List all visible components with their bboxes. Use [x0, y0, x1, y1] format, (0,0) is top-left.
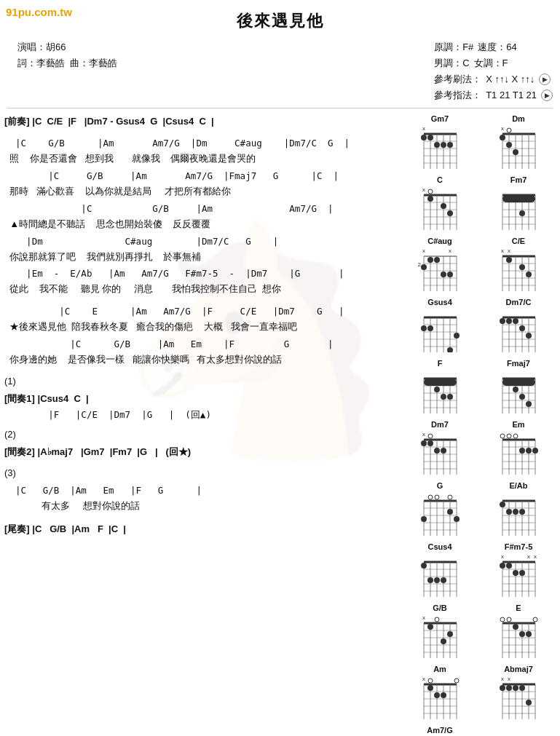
svg-point-115 — [421, 325, 427, 331]
svg-point-181 — [428, 434, 433, 438]
chord-svg — [494, 368, 543, 416]
svg-point-32 — [500, 135, 505, 141]
chord-name: Fmaj7 — [507, 359, 530, 368]
chord-diagram: Amx — [403, 665, 477, 721]
chord-line: |Em - E/Ab |Am Am7/G F#m7-5 - |Dm7 |G | — [4, 266, 397, 281]
svg-point-51 — [447, 210, 453, 216]
blank-line — [4, 131, 397, 135]
svg-point-253 — [441, 577, 446, 583]
lyric-line: ▲時間總是不聽話 思念也開始裝傻 反反覆覆 — [4, 217, 397, 232]
svg-point-50 — [441, 203, 446, 209]
chord-name: Am — [433, 665, 446, 673]
chord-name: Fm7 — [510, 175, 527, 184]
chord-name: C#aug — [427, 237, 452, 245]
chord-name: F — [438, 359, 443, 368]
chord-diagram: Cx — [403, 175, 477, 232]
svg-point-100 — [506, 257, 512, 263]
svg-text:x: x — [422, 431, 425, 438]
chord-svg: 2xx — [415, 246, 465, 293]
chord-name: F#m7-5 — [505, 542, 533, 551]
svg-point-202 — [526, 448, 532, 454]
divider — [7, 108, 553, 108]
svg-point-165 — [513, 387, 518, 392]
lyric-line: 你說那就算了吧 我們就別再掙扎 於事無補 — [4, 250, 397, 265]
strum1-play-button[interactable]: ▶ — [539, 74, 551, 85]
svg-point-150 — [441, 394, 446, 400]
chord-svg — [494, 185, 543, 232]
chord-svg: x — [415, 185, 465, 232]
page-title: 後來遇見他 — [0, 0, 560, 36]
lyric-line: 有太多 想對你說的話 — [4, 499, 397, 514]
chord-line: |C E |Am Am7/G |F C/E |Dm7 G | — [4, 304, 397, 319]
svg-point-286 — [435, 617, 439, 622]
chord-svg — [494, 430, 543, 477]
strum1-pattern: X ↑↑↓ X ↑↑↓ — [486, 71, 535, 87]
svg-point-287 — [427, 624, 433, 630]
chord-svg: xx — [494, 674, 543, 721]
chord-name: Dm — [512, 114, 525, 123]
svg-point-117 — [454, 333, 460, 339]
chord-line: |C G/B |Am Am7/G |Fmaj7 G |C | — [4, 169, 397, 183]
svg-rect-64 — [502, 195, 535, 202]
svg-point-167 — [526, 401, 532, 407]
svg-point-289 — [441, 638, 446, 644]
svg-point-85 — [447, 272, 453, 277]
svg-point-151 — [447, 394, 453, 400]
svg-point-344 — [526, 700, 532, 705]
svg-point-203 — [532, 448, 538, 454]
chord-name: Csus4 — [427, 542, 451, 551]
original-key: 原調：F# — [434, 39, 473, 55]
chord-svg — [494, 613, 543, 660]
svg-point-342 — [513, 685, 518, 691]
svg-point-101 — [519, 264, 525, 270]
svg-text:x: x — [508, 676, 510, 682]
chord-diagram: Fmaj7 — [481, 359, 556, 416]
strum2-play-button[interactable]: ▶ — [541, 90, 553, 101]
chord-name: Gsus4 — [427, 298, 452, 306]
chord-name: C — [437, 175, 443, 184]
svg-rect-164 — [502, 379, 535, 386]
chord-diagram: Csus4 — [403, 542, 477, 599]
svg-text:x: x — [501, 676, 504, 682]
chord-name: C/E — [512, 237, 525, 245]
svg-point-235 — [506, 509, 512, 515]
svg-point-322 — [454, 678, 459, 683]
svg-point-251 — [427, 577, 433, 583]
chord-name: Gm7 — [431, 114, 449, 123]
svg-point-234 — [500, 502, 505, 507]
svg-point-271 — [513, 570, 518, 576]
svg-point-33 — [506, 142, 512, 148]
chord-diagram: Dmx — [481, 114, 556, 171]
svg-text:x: x — [449, 248, 451, 254]
blank-line — [4, 299, 397, 304]
chords-section: Gm7xDmxCxFm7C#aug2xxC/ExxGsus4Dm7/CFFmaj… — [403, 113, 556, 736]
chord-svg: x — [494, 124, 543, 171]
svg-text:x: x — [527, 553, 530, 560]
svg-point-270 — [506, 563, 512, 569]
svg-point-307 — [526, 631, 532, 637]
svg-point-341 — [506, 685, 512, 691]
chord-diagram: Fm7 — [481, 175, 556, 232]
svg-point-217 — [435, 495, 439, 499]
svg-text:x: x — [422, 248, 425, 254]
svg-point-272 — [519, 570, 525, 576]
chord-name: Dm7 — [431, 420, 449, 429]
performer: 演唱：胡66 — [17, 39, 117, 55]
svg-point-17 — [447, 142, 453, 148]
svg-text:x: x — [501, 248, 504, 254]
blank-line — [4, 516, 397, 521]
chord-diagram: C#aug2xx — [403, 237, 477, 293]
lyric-line: 那時 滿心歡喜 以為你就是結局 才把所有都給你 — [4, 184, 397, 199]
chord-line: |C G/B |Am Em |F G | — [4, 483, 397, 498]
svg-point-131 — [500, 318, 505, 324]
svg-point-306 — [519, 631, 525, 637]
svg-point-304 — [533, 617, 537, 622]
svg-point-288 — [447, 631, 453, 637]
svg-point-15 — [434, 142, 440, 148]
chord-svg — [415, 368, 465, 416]
svg-text:x: x — [422, 614, 425, 621]
svg-point-182 — [421, 440, 427, 446]
svg-point-201 — [519, 448, 525, 454]
lyric-line: (1) — [4, 374, 397, 389]
svg-point-325 — [441, 692, 446, 698]
